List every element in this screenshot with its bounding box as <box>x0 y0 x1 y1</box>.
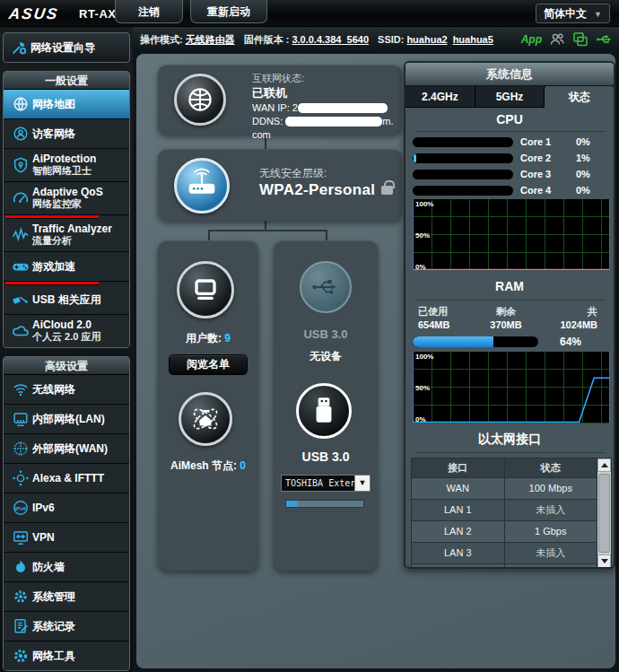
sidebar-item-lan[interactable]: 内部网络(LAN) <box>4 405 129 434</box>
sidebar-item-vpn[interactable]: VPN <box>4 523 129 553</box>
sidebar-item-wireless[interactable]: 无线网络 <box>4 375 129 405</box>
interface-display-icon[interactable] <box>572 31 588 48</box>
column-header-port: 接口 <box>412 458 505 477</box>
internet-status-card[interactable]: 互联网状态: 已联机 WAN IP: 2 DDNS: m. com <box>158 65 402 135</box>
wireless-security-card[interactable]: 无线安全层级: WPA2-Personal <box>158 149 402 221</box>
system-info-tabs: 2.4GHz 5GHz 状态 <box>405 86 614 108</box>
sidebar-item-label: 网络地图 <box>32 98 75 110</box>
scrollbar-thumb[interactable] <box>598 474 610 553</box>
port-name: LAN 1 <box>412 500 505 520</box>
sidebar-item-network-map[interactable]: 网络地图 <box>4 90 129 119</box>
usb-device-select[interactable]: TOSHIBA Extern ▼ <box>281 475 371 492</box>
sidebar-item-network-tools[interactable]: 网络工具 <box>4 641 129 670</box>
sidebar-item-guest-network[interactable]: 访客网络 <box>4 119 129 149</box>
view-list-button[interactable]: 阅览名单 <box>169 354 248 375</box>
clients-monitor-icon[interactable] <box>177 261 234 319</box>
graph-y-label-100: 100% <box>415 200 433 208</box>
aimesh-count-label: AiMesh 节点: <box>170 459 237 472</box>
reboot-button[interactable]: 重新启动 <box>190 0 267 23</box>
app-link[interactable]: App <box>521 33 542 46</box>
sidebar-item-ipv6[interactable]: IPv6 IPv6 <box>4 493 129 523</box>
usb3-empty-icon[interactable] <box>300 261 352 313</box>
ddns-line2: com <box>252 128 394 142</box>
cpu-core-fill <box>414 154 416 162</box>
ddns-redaction <box>285 117 382 127</box>
ssid-label: SSID: <box>378 34 404 45</box>
cpu-core-row-1: Core 1 0% <box>405 134 614 150</box>
sidebar-item-label: Alexa & IFTTT <box>32 472 104 484</box>
sidebar-item-traffic-analyzer[interactable]: Traffic Analyzer 流量分析 <box>4 219 129 252</box>
port-status: 1 Gbps <box>505 521 598 542</box>
cpu-core-bar <box>413 170 513 179</box>
divider <box>414 300 605 301</box>
clients-people-icon[interactable] <box>549 31 565 48</box>
connector-line <box>208 230 210 240</box>
usb-status-icon[interactable] <box>596 31 612 48</box>
router-admin-page: ASUS RT-AX88U 注销 重新启动 简体中文▼ 操作模式: 无线路由器 … <box>0 0 619 672</box>
sidebar-item-aiprotection[interactable]: AiProtection 智能网络卫士 <box>4 149 129 182</box>
sidebar-item-label: Adaptive QoS <box>32 186 103 198</box>
ssid-link-2[interactable]: huahua5 <box>453 34 493 45</box>
ddns-label: DDNS: <box>252 116 283 127</box>
lock-icon <box>381 186 393 195</box>
tab-5g[interactable]: 5GHz <box>475 86 545 108</box>
firmware-link[interactable]: 3.0.0.4.384_5640 <box>292 34 369 45</box>
usb-usage-bar <box>285 500 364 508</box>
ram-free-value: 370MB <box>490 319 521 330</box>
cpu-core-bar <box>413 186 513 196</box>
ethernet-ports-table: 接口 状态 WAN 100 Mbps LAN 1 未插入 LAN 2 1 Gbp… <box>411 458 612 567</box>
op-mode-link[interactable]: 无线路由器 <box>186 33 235 47</box>
tab-2g4[interactable]: 2.4GHz <box>405 86 475 108</box>
ram-used-label: 已使用 <box>418 306 448 317</box>
sidebar-item-game-boost[interactable]: 游戏加速 <box>4 252 129 282</box>
internet-status-value: 已联机 <box>252 85 394 101</box>
language-selector[interactable]: 简体中文▼ <box>536 4 610 23</box>
scrollbar-track[interactable] <box>597 472 611 554</box>
table-row-wan: WAN 100 Mbps <box>412 478 611 500</box>
cpu-core-label: Core 3 <box>520 169 563 179</box>
game-boost-gamepad-icon <box>9 257 32 276</box>
wireless-icon <box>9 380 32 399</box>
router-icon <box>174 158 230 214</box>
guest-network-icon <box>9 124 32 144</box>
sidebar-item-administration[interactable]: 系统管理 <box>4 582 129 612</box>
sidebar-item-quick-setup[interactable]: 网络设置向导 <box>3 32 130 63</box>
sidebar-item-sublabel: 流量分析 <box>32 235 112 247</box>
table-scrollbar[interactable] <box>597 458 611 568</box>
ethernet-table-header: 接口 状态 <box>412 458 611 478</box>
graph-y-label-50: 50% <box>415 231 430 240</box>
administration-gear-icon <box>9 587 32 607</box>
tab-status[interactable]: 状态 <box>545 86 614 108</box>
table-row-lan2: LAN 2 1 Gbps <box>412 521 611 543</box>
sidebar-item-label: 内部网络(LAN) <box>32 413 105 425</box>
cpu-core-row-3: Core 3 0% <box>405 166 614 182</box>
ssid-link-1[interactable]: huahua2 <box>406 34 447 45</box>
scroll-down-button[interactable] <box>597 554 611 568</box>
sidebar-item-alexa-ifttt[interactable]: Alexa & IFTTT <box>4 464 129 493</box>
language-label: 简体中文 <box>544 7 587 20</box>
sidebar-item-aicloud[interactable]: AiCloud 2.0 个人云 2.0 应用 <box>4 315 129 347</box>
divider <box>414 131 605 132</box>
aimesh-icon[interactable] <box>179 392 232 446</box>
security-level-label: 无线安全层级: <box>259 166 393 181</box>
alexa-ifttt-icon <box>9 468 32 488</box>
sidebar-item-wan[interactable]: 外部网络(WAN) <box>4 434 129 464</box>
scroll-up-button[interactable] <box>597 458 611 472</box>
sidebar-item-adaptive-qos[interactable]: Adaptive QoS 网络监控家 <box>4 182 129 215</box>
system-log-icon <box>9 616 32 636</box>
cpu-core-value: 0% <box>576 169 590 179</box>
sidebar-item-label: AiProtection <box>32 153 96 165</box>
sidebar-item-firewall[interactable]: 防火墙 <box>4 553 129 582</box>
infobar-icons: App <box>521 27 612 52</box>
sidebar-item-system-log[interactable]: 系统记录 <box>4 612 129 641</box>
sidebar-item-label: 系统管理 <box>32 590 75 603</box>
sidebar-item-usb-apps[interactable]: USB 相关应用 <box>4 285 129 315</box>
cpu-core-value: 1% <box>576 153 590 163</box>
sidebar-item-label: 访客网络 <box>32 127 75 140</box>
port-name: LAN 4 <box>412 564 505 569</box>
logout-button[interactable]: 注销 <box>115 0 183 23</box>
ipv6-icon: IPv6 <box>9 498 32 518</box>
ram-total-label: 共 <box>588 306 597 317</box>
ram-free-label: 剩余 <box>496 306 516 317</box>
usb3-drive-icon[interactable] <box>296 383 352 439</box>
